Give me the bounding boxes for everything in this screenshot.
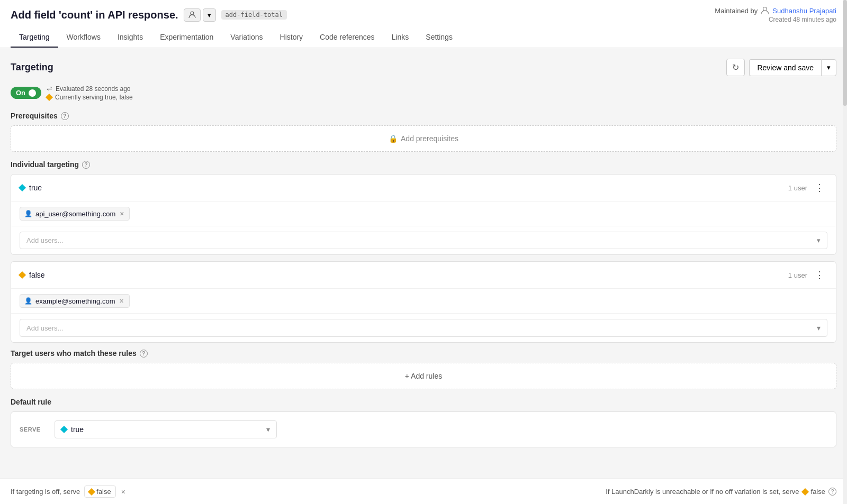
true-more-button[interactable]: ⋮ [812,181,827,195]
footer-false-badge: false [84,485,115,496]
person-icon [761,6,769,15]
maintained-by-section: Maintained by Sudhanshu Prajapati Create… [715,6,836,23]
true-variation-card: true 1 user ⋮ 👤 api_user@something.com ×… [11,174,836,255]
refresh-button[interactable]: ↻ [726,59,745,76]
serve-select-left: true [61,425,84,434]
footer-off-value: false [96,488,111,496]
created-time: Created 48 minutes ago [769,16,836,23]
false-add-users-row: Add users... ▾ [11,314,836,342]
individual-targeting-section: Individual targeting ? true 1 user ⋮ 👤 a… [11,160,836,343]
section-header: Targeting ↻ Review and save ▾ [11,59,836,76]
false-add-users-input[interactable]: Add users... ▾ [20,319,827,337]
rules-label: Target users who match these rules ? [11,349,836,358]
serve-diamond-teal-icon [60,426,68,433]
tab-insights[interactable]: Insights [109,28,151,48]
prerequisites-label: Prerequisites ? [11,112,836,120]
tab-links[interactable]: Links [383,28,418,48]
tab-targeting[interactable]: Targeting [11,28,58,48]
lock-icon: 🔒 [389,134,398,143]
example-user-tag: 👤 example@something.com × [20,294,130,308]
title-row: Add field 'count' in API response. ▾ add… [11,6,836,23]
true-variation-label: true [20,184,42,192]
arrows-icon: ⇌ [47,85,52,93]
example-user-person-icon: 👤 [24,297,32,305]
maintainer-link[interactable]: Sudhanshu Prajapati [772,7,836,15]
footer-right: If LaunchDarkly is unreachable or if no … [606,488,836,496]
tab-variations[interactable]: Variations [222,28,271,48]
false-label: false [29,271,45,279]
footer-diamond-gold-icon [88,488,95,495]
scrollbar-track[interactable] [843,0,847,496]
true-label: true [29,184,42,192]
chevron-down-icon: ▾ [208,11,211,19]
toggle-on[interactable]: On [11,87,41,99]
toggle-circle [29,89,36,97]
prerequisites-help-icon[interactable]: ? [61,112,69,120]
individual-targeting-label: Individual targeting ? [11,160,836,169]
true-add-users-input[interactable]: Add users... ▾ [20,232,827,249]
review-save-dropdown-button[interactable]: ▾ [821,59,836,76]
assign-button[interactable] [184,8,201,22]
diamond-gold-icon-false [19,271,26,279]
main-content: Targeting ↻ Review and save ▾ On ⇌ Evalu… [0,48,847,496]
scrollbar-thumb[interactable] [843,0,847,106]
nav-tabs: Targeting Workflows Insights Experimenta… [11,28,836,48]
individual-targeting-help-icon[interactable]: ? [82,161,90,169]
tab-workflows[interactable]: Workflows [58,28,109,48]
remove-example-user-button[interactable]: × [118,297,124,305]
header-actions: ↻ Review and save ▾ [726,59,836,76]
toggle-label: On [16,89,25,97]
footer-unreachable-help-icon[interactable]: ? [828,488,836,496]
false-add-chevron-icon: ▾ [817,324,821,332]
add-prerequisites-btn[interactable]: 🔒 Add prerequisites [11,125,836,152]
true-user-count: 1 user ⋮ [788,181,827,195]
footer-if-off-label: If targeting is off, serve [11,488,80,496]
top-bar: Add field 'count' in API response. ▾ add… [0,0,847,48]
remove-api-user-button[interactable]: × [119,209,125,218]
rules-section: Target users who match these rules ? + A… [11,349,836,389]
maintained-row: Maintained by Sudhanshu Prajapati [715,6,836,15]
add-rules-card: + Add rules [11,363,836,389]
footer-remove-false-button[interactable]: × [120,488,127,496]
serving-line: Currently serving true, false [47,94,133,101]
targeting-section-title: Targeting [11,62,53,73]
title-left: Add field 'count' in API response. ▾ add… [11,8,287,22]
true-variation-header: true 1 user ⋮ [11,175,836,201]
title-buttons: ▾ [184,8,216,22]
false-variation-header: false 1 user ⋮ [11,262,836,289]
true-add-users-placeholder: Add users... [26,236,63,244]
false-add-users-placeholder: Add users... [26,324,63,332]
true-add-chevron-icon: ▾ [817,236,821,244]
true-add-users-row: Add users... ▾ [11,226,836,254]
footer-bar: If targeting is off, serve false × If La… [0,479,847,496]
diamond-teal-icon-true [19,184,26,191]
rules-help-icon[interactable]: ? [140,350,148,358]
tab-code-references[interactable]: Code references [311,28,383,48]
add-rules-button[interactable]: + Add rules [405,372,442,380]
serve-row: SERVE true ▾ [20,420,827,438]
default-rule-label: Default rule [11,398,836,406]
true-user-tags-row: 👤 api_user@something.com × [11,201,836,226]
diamond-gold-icon [46,94,53,101]
review-save-group: Review and save ▾ [749,59,836,76]
footer-unreachable-label: If LaunchDarkly is unreachable or if no … [606,488,799,496]
targeting-status: On ⇌ Evaluated 28 seconds ago Currently … [11,85,836,101]
user-tag-person-icon: 👤 [24,210,32,217]
false-more-button[interactable]: ⋮ [812,268,827,282]
serving-text: Currently serving true, false [55,94,133,101]
tab-history[interactable]: History [272,28,312,48]
page-title: Add field 'count' in API response. [11,9,178,21]
false-variation-label: false [20,271,45,279]
maintained-by-label: Maintained by [715,7,758,15]
prerequisites-section: Prerequisites ? 🔒 Add prerequisites [11,112,836,152]
footer-left: If targeting is off, serve false × [11,485,127,496]
false-variation-card: false 1 user ⋮ 👤 example@something.com ×… [11,261,836,343]
tab-settings[interactable]: Settings [417,28,461,48]
serve-select[interactable]: true ▾ [55,420,277,438]
false-user-tags-row: 👤 example@something.com × [11,289,836,314]
serve-value: true [71,425,84,434]
chevron-down-icon-2: ▾ [827,63,831,71]
tab-experimentation[interactable]: Experimentation [151,28,222,48]
title-dropdown-button[interactable]: ▾ [203,8,216,22]
review-save-button[interactable]: Review and save [749,59,821,76]
